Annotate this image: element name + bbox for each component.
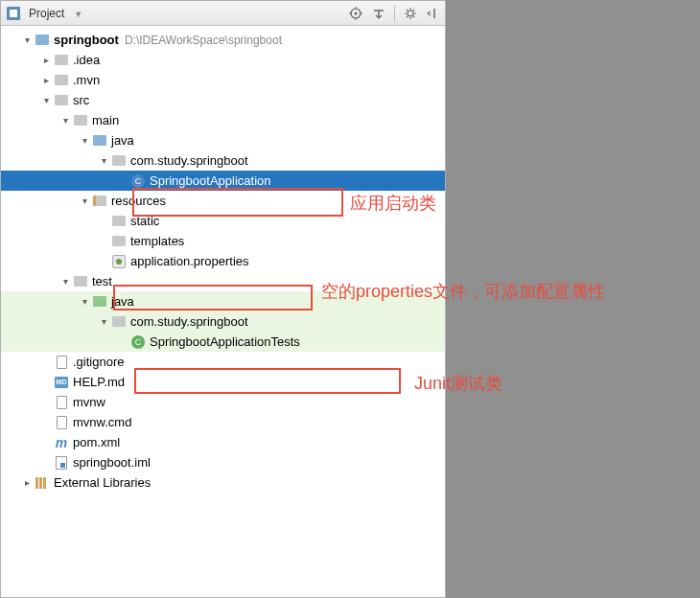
package-icon xyxy=(110,314,128,330)
tree-node-help[interactable]: · MD HELP.md xyxy=(1,372,445,392)
node-label: pom.xml xyxy=(73,435,120,449)
tree-node-pom[interactable]: · m pom.xml xyxy=(1,432,445,452)
toolbar-divider xyxy=(394,5,395,22)
svg-point-8 xyxy=(408,11,413,16)
file-icon xyxy=(53,355,70,370)
tree-node-iml[interactable]: · springboot.iml xyxy=(1,452,445,472)
tree-node-main[interactable]: ▾ main xyxy=(1,110,445,130)
node-label: mvnw xyxy=(73,395,105,409)
hide-icon[interactable] xyxy=(426,6,441,21)
expand-arrow-icon[interactable]: ▾ xyxy=(97,315,110,329)
expand-arrow-icon[interactable]: ▸ xyxy=(39,74,53,87)
class-icon: C xyxy=(129,173,147,189)
node-label: static xyxy=(130,214,159,228)
expand-arrow-icon[interactable]: ▾ xyxy=(97,154,110,168)
node-label: .mvn xyxy=(73,73,100,87)
tree-node-app-class[interactable]: · C SpringbootApplication xyxy=(1,171,445,191)
node-label: test xyxy=(92,274,112,288)
tree-node-gitignore[interactable]: · .gitignore xyxy=(1,352,445,372)
tree-node-idea[interactable]: ▸ .idea xyxy=(1,50,445,70)
target-icon[interactable] xyxy=(348,6,363,21)
source-folder-icon xyxy=(91,133,108,149)
node-label: SpringbootApplication xyxy=(150,173,270,188)
node-label: resources xyxy=(111,194,166,208)
folder-icon xyxy=(72,113,89,128)
expand-arrow-icon[interactable]: ▾ xyxy=(20,34,34,47)
node-label: com.study.springboot xyxy=(130,153,248,168)
expand-arrow-icon[interactable]: ▾ xyxy=(78,195,91,208)
tree-node-mvnw[interactable]: · mvnw xyxy=(1,392,445,412)
tree-node-mvn[interactable]: ▸ .mvn xyxy=(1,70,445,90)
svg-point-1 xyxy=(355,12,358,14)
node-label: External Libraries xyxy=(54,475,151,490)
node-path: D:\IDEAWorkSpace\springboot xyxy=(125,34,282,47)
node-label: com.study.springboot xyxy=(130,314,248,329)
folder-icon xyxy=(53,53,70,68)
expand-arrow-icon[interactable]: ▸ xyxy=(39,54,53,67)
node-label: templates xyxy=(130,234,184,248)
project-tree: ▾ springboot D:\IDEAWorkSpace\springboot… xyxy=(1,26,445,496)
tree-node-src[interactable]: ▾ src xyxy=(1,90,445,110)
collapse-icon[interactable] xyxy=(371,6,386,21)
module-icon xyxy=(34,33,51,48)
tree-node-templates[interactable]: · templates xyxy=(1,231,445,251)
folder-icon xyxy=(53,93,70,108)
tree-node-java-main[interactable]: ▾ java xyxy=(1,130,445,150)
node-label: SpringbootApplicationTests xyxy=(150,334,300,349)
node-label: main xyxy=(92,113,119,127)
node-label: springboot.iml xyxy=(73,455,151,470)
node-label: .gitignore xyxy=(73,355,124,369)
iml-icon xyxy=(53,455,70,471)
libraries-icon xyxy=(34,475,51,491)
tree-node-package-test[interactable]: ▾ com.study.springboot xyxy=(1,311,445,332)
tree-node-external-libraries[interactable]: ▸ External Libraries xyxy=(1,472,445,493)
tree-node-app-properties[interactable]: · application.properties xyxy=(1,251,445,271)
class-icon: C xyxy=(129,334,147,350)
file-icon xyxy=(53,415,70,430)
tree-node-static[interactable]: · static xyxy=(1,211,445,231)
expand-arrow-icon[interactable]: ▾ xyxy=(39,94,53,107)
folder-icon xyxy=(53,73,70,88)
tree-node-java-test[interactable]: ▾ java xyxy=(1,291,445,311)
node-label: java xyxy=(111,133,134,148)
tree-node-test-class[interactable]: · C SpringbootApplicationTests xyxy=(1,332,445,352)
tree-node-package-main[interactable]: ▾ com.study.springboot xyxy=(1,150,445,171)
toolbar-dropdown[interactable]: ▼ xyxy=(72,8,168,19)
node-label: HELP.md xyxy=(73,375,125,389)
expand-arrow-icon[interactable]: ▾ xyxy=(58,114,72,127)
chevron-down-icon: ▼ xyxy=(74,10,82,19)
tree-node-resources[interactable]: ▾ resources xyxy=(1,191,445,211)
file-icon xyxy=(53,395,70,410)
toolbar: Project ▼ xyxy=(1,1,445,26)
node-label: springboot xyxy=(54,33,119,47)
node-label: .idea xyxy=(73,53,100,67)
properties-icon xyxy=(110,254,128,269)
project-panel: Project ▼ ▾ springboot D:\IDEAWorkSpace\… xyxy=(0,0,446,598)
maven-icon: m xyxy=(53,435,70,450)
resources-folder-icon xyxy=(91,194,108,209)
folder-icon xyxy=(72,274,89,289)
folder-icon xyxy=(110,214,128,229)
markdown-icon: MD xyxy=(53,375,70,390)
toolbar-title[interactable]: Project xyxy=(29,7,64,20)
tree-node-test[interactable]: ▾ test xyxy=(1,271,445,291)
node-label: src xyxy=(73,93,89,107)
expand-arrow-icon[interactable]: ▾ xyxy=(78,295,91,309)
folder-icon xyxy=(110,234,128,249)
expand-arrow-icon[interactable]: ▾ xyxy=(58,275,72,288)
test-folder-icon xyxy=(91,294,108,310)
tree-node-root[interactable]: ▾ springboot D:\IDEAWorkSpace\springboot xyxy=(1,30,445,50)
node-label: application.properties xyxy=(130,254,249,268)
node-label: java xyxy=(111,294,134,309)
expand-arrow-icon[interactable]: ▸ xyxy=(20,476,34,490)
package-icon xyxy=(110,153,128,169)
expand-arrow-icon[interactable]: ▾ xyxy=(78,134,91,148)
project-view-icon xyxy=(5,6,22,21)
gear-icon[interactable] xyxy=(403,6,418,21)
tree-node-mvnwcmd[interactable]: · mvnw.cmd xyxy=(1,412,445,432)
node-label: mvnw.cmd xyxy=(73,415,131,429)
